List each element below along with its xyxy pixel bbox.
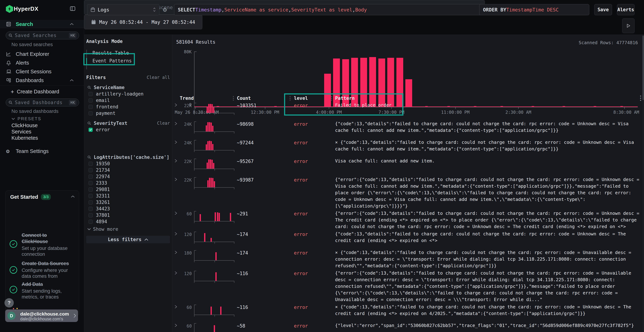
trend-sparkline: [194, 177, 234, 188]
pattern-table-row[interactable]: 22K ~95267 error Visa cache full: cannot…: [172, 157, 644, 176]
pattern-table-row[interactable]: 22K ~103351 error Failed to place order: [172, 101, 644, 120]
sparkline-max-label: 60: [182, 324, 192, 328]
trend-sparkline: [194, 103, 234, 113]
filter-checkbox[interactable]: [88, 162, 93, 166]
sidebar-item-search[interactable]: Search: [0, 20, 84, 28]
pattern-table-row[interactable]: 60 ~291 error {"error":{"code":13,"detai…: [172, 209, 644, 230]
filter-value-row[interactable]: 32311: [86, 193, 170, 199]
user-account-button[interactable]: D dale@clickhouse.com dale@clickhouse.co…: [5, 310, 78, 322]
sql-segment: TimestampTime DESC: [506, 7, 559, 12]
sidebar-item-alerts[interactable]: Alerts: [0, 59, 84, 67]
filter-checkbox[interactable]: [88, 188, 93, 192]
row-expander-chevron-icon[interactable]: [174, 159, 178, 163]
column-grip-icon[interactable]: [233, 96, 234, 100]
preset-clickhouse[interactable]: ClickHouse: [12, 122, 38, 128]
sidebar-collapse-icon[interactable]: [70, 6, 75, 11]
mode-event-patterns[interactable]: Event Patterns: [92, 57, 132, 64]
filter-checkbox[interactable]: [88, 98, 93, 102]
filter-checkbox[interactable]: [88, 181, 93, 185]
pattern-table-row[interactable]: 60 ~116 error × {"code":13,"details":"fa…: [172, 303, 644, 322]
filter-value-row[interactable]: 21734: [86, 167, 170, 173]
row-expander-chevron-icon[interactable]: [174, 323, 178, 328]
preset-kubernetes[interactable]: Kubernetes: [12, 135, 38, 141]
row-expander-chevron-icon[interactable]: [174, 250, 178, 254]
row-expander-chevron-icon[interactable]: [174, 211, 178, 215]
help-button[interactable]: ?: [4, 298, 14, 308]
sidebar-item-client-sessions[interactable]: Client Sessions: [0, 68, 84, 76]
filter-checkbox[interactable]: [88, 92, 93, 96]
presets-toggle[interactable]: PRESETS: [12, 116, 41, 121]
filter-value-row[interactable]: 37801: [86, 212, 170, 218]
pattern-table-row[interactable]: 120 ~174 error {"code":13,"details":"fai…: [172, 230, 644, 248]
filter-checkbox[interactable]: [88, 207, 93, 211]
filter-value-row[interactable]: email: [86, 97, 170, 104]
preset-services[interactable]: Services: [12, 129, 31, 135]
less-filters-button[interactable]: Less filters: [86, 236, 170, 243]
pattern-table-row[interactable]: 22K ~93987 error {"error":{"code":13,"de…: [172, 176, 644, 209]
pattern-table-row[interactable]: 180 ~174 error × {"code":13,"details":"f…: [172, 248, 644, 269]
filter-checkbox[interactable]: [88, 174, 93, 179]
scrollbar[interactable]: [642, 35, 644, 332]
source-select[interactable]: Logs: [87, 4, 160, 15]
column-header-trend[interactable]: Trend: [180, 96, 194, 101]
row-expander-chevron-icon[interactable]: [174, 305, 178, 309]
filter-checkbox[interactable]: [88, 194, 93, 198]
pattern-level: error: [294, 250, 308, 256]
column-header-pattern[interactable]: Pattern: [335, 96, 355, 101]
filter-checkbox[interactable]: [88, 168, 93, 172]
filter-checkbox[interactable]: [88, 111, 93, 116]
filter-checkbox[interactable]: [88, 128, 93, 132]
save-button[interactable]: Save: [594, 4, 612, 15]
filter-checkbox[interactable]: [88, 200, 93, 204]
sidebar-item-dashboards[interactable]: Dashboards: [0, 76, 84, 84]
filter-checkbox[interactable]: [88, 213, 93, 217]
saved-dashboards-input[interactable]: Saved Dashboards ⌘K: [6, 98, 79, 106]
filter-value-row[interactable]: frontend: [86, 104, 170, 110]
column-grip-icon[interactable]: [290, 96, 290, 100]
column-grip-icon[interactable]: [331, 96, 332, 100]
source-settings-gear-icon[interactable]: ⚙: [163, 6, 167, 13]
filter-value-row[interactable]: 29081: [86, 186, 170, 192]
run-query-button[interactable]: [622, 18, 634, 33]
table-options-kebab-icon[interactable]: [640, 96, 641, 101]
pattern-table-row[interactable]: 24K ~98698 error {"code":13,"details":"f…: [172, 120, 644, 138]
pattern-table-row[interactable]: 120 ~116 error {"error":{"code":13,"deta…: [172, 269, 644, 303]
sidebar-item-team-settings[interactable]: ⚙ Team Settings: [0, 147, 84, 155]
show-more-link[interactable]: Show more: [87, 226, 170, 232]
row-expander-chevron-icon[interactable]: [174, 271, 178, 275]
date-range-picker[interactable]: May 26 08:52:44 - May 27 08:52:44: [84, 15, 202, 29]
filter-value-row[interactable]: artillery-loadgen: [86, 91, 170, 97]
alerts-button[interactable]: Alerts: [617, 4, 634, 15]
filter-clear-link[interactable]: Clear: [157, 121, 170, 126]
column-header-count[interactable]: Count: [237, 96, 251, 101]
create-dashboard-button[interactable]: + Create Dashboard: [0, 88, 84, 96]
sidebar-item-chart-explorer[interactable]: Chart Explorer: [0, 50, 84, 58]
filter-value-row[interactable]: payment: [86, 110, 170, 116]
filter-checkbox[interactable]: [88, 105, 93, 109]
calendar-icon: [91, 20, 96, 24]
row-expander-chevron-icon[interactable]: [174, 103, 178, 107]
sql-orderby-input[interactable]: ORDER BY TimestampTime DESC: [479, 4, 589, 15]
pattern-table-row[interactable]: 24K ~97244 error × {"code":13,"details":…: [172, 138, 644, 157]
chevron-up-icon[interactable]: [71, 195, 75, 198]
row-expander-chevron-icon[interactable]: [174, 140, 178, 144]
filter-value-row[interactable]: 19350: [86, 161, 170, 167]
pattern-table-row[interactable]: 60 ~58 error {"level":"error","span_id":…: [172, 322, 644, 332]
filter-value-row[interactable]: 22974: [86, 174, 170, 180]
row-expander-chevron-icon[interactable]: [174, 122, 178, 126]
filter-value-row[interactable]: 34423: [86, 206, 170, 212]
saved-searches-input[interactable]: Saved Searches ⌘K: [6, 32, 79, 39]
filter-group: SeverityText Clear error: [86, 120, 170, 133]
column-header-level[interactable]: level: [294, 96, 308, 101]
mode-results-table[interactable]: Results Table: [92, 49, 129, 56]
filter-value-row[interactable]: error: [86, 127, 170, 133]
row-expander-chevron-icon[interactable]: [174, 232, 178, 236]
filter-value-row[interactable]: 4894: [86, 218, 170, 225]
filter-value-row[interactable]: 33261: [86, 199, 170, 205]
filter-value-row[interactable]: 2333: [86, 180, 170, 186]
clear-all-filters-link[interactable]: Clear all: [147, 75, 170, 80]
scrollbar-thumb[interactable]: [642, 36, 644, 100]
analysis-mode-title: Analysis Mode: [86, 39, 170, 44]
filter-checkbox[interactable]: [88, 220, 93, 224]
row-expander-chevron-icon[interactable]: [174, 177, 178, 182]
